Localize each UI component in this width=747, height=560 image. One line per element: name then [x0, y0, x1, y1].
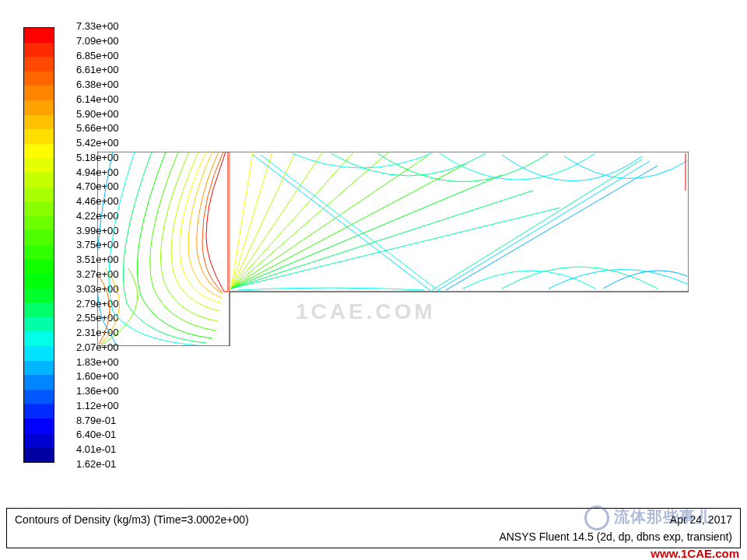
legend-tick: 1.12e+00	[76, 401, 119, 411]
legend-swatch	[24, 28, 54, 43]
legend-swatch	[24, 404, 54, 418]
high-density-region	[97, 152, 230, 345]
legend-swatch	[24, 173, 54, 187]
footer-title: Contours of Density (kg/m3) (Time=3.0002…	[15, 513, 249, 526]
legend-swatch	[24, 289, 54, 303]
legend-swatch	[24, 72, 54, 86]
legend-swatch	[24, 187, 54, 202]
legend-swatch	[24, 158, 54, 173]
legend-swatch	[24, 418, 54, 433]
legend-swatch	[24, 201, 54, 216]
legend-tick: 1.36e+00	[76, 386, 119, 396]
footer-solver: ANSYS Fluent 14.5 (2d, dp, dbns exp, tra…	[499, 530, 732, 543]
legend-swatch	[24, 447, 54, 462]
legend-tick: 6.14e+00	[76, 94, 119, 104]
legend-tick: 6.40e-01	[76, 429, 119, 439]
legend-tick: 5.42e+00	[76, 138, 119, 148]
wechat-icon	[584, 506, 609, 530]
legend-swatch	[24, 375, 54, 390]
legend-swatch	[24, 115, 54, 130]
legend-swatch	[24, 317, 54, 332]
legend-tick: 6.61e+00	[76, 65, 119, 75]
legend-swatch	[24, 433, 54, 448]
legend-swatch	[24, 361, 54, 376]
legend-swatch	[24, 331, 54, 346]
legend-tick: 6.85e+00	[76, 51, 119, 61]
legend-tick: 6.38e+00	[76, 79, 119, 89]
watermark-center: 1CAE.COM	[296, 299, 436, 324]
figure-canvas: 7.33e+007.09e+006.85e+006.61e+006.38e+00…	[0, 0, 747, 560]
watermark-chinese: 流体那些事儿	[584, 506, 712, 530]
legend-swatch	[24, 43, 54, 58]
legend-tick: 1.60e+00	[76, 371, 119, 381]
legend-swatch	[24, 86, 54, 100]
legend-swatch	[24, 303, 54, 317]
legend-swatch	[24, 144, 54, 159]
legend-tick: 1.83e+00	[76, 357, 119, 367]
expansion-fan	[231, 152, 560, 289]
legend-swatch	[24, 274, 54, 289]
legend-swatch	[24, 230, 54, 245]
legend-tick: 7.33e+00	[76, 21, 119, 31]
legend-tick: 5.90e+00	[76, 109, 119, 119]
reflected-shock	[253, 155, 658, 292]
step-base-region	[99, 268, 138, 345]
legend-swatch	[24, 216, 54, 231]
legend-swatch	[24, 346, 54, 361]
legend-tick: 8.79e-01	[76, 415, 119, 425]
legend-swatch	[24, 260, 54, 275]
legend-swatch	[24, 245, 54, 260]
legend-tick: 7.09e+00	[76, 36, 119, 46]
legend-tick: 5.66e+00	[76, 123, 119, 133]
legend-swatch	[24, 100, 54, 115]
legend-swatch	[24, 390, 54, 404]
legend-swatch	[24, 57, 54, 72]
legend-tick: 4.01e-01	[76, 444, 119, 454]
legend-tick: 1.62e-01	[76, 459, 119, 469]
watermark-url: www.1CAE.com	[651, 547, 739, 560]
legend-colorbar	[23, 27, 54, 463]
legend-swatch	[24, 129, 54, 144]
